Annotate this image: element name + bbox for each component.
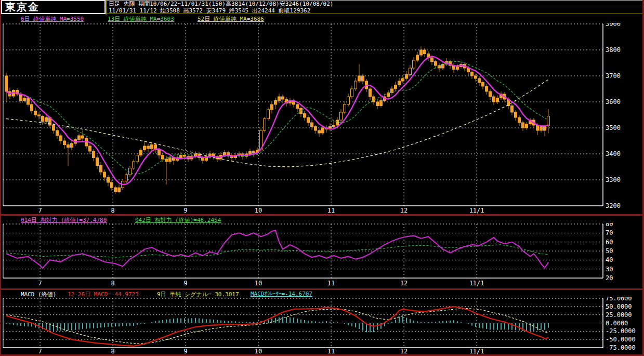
header-line-1: 日足 先限 期間10/06/22~11/01/31(150)高3814(10/1…: [107, 1, 642, 7]
y-axis-label: 80: [606, 223, 613, 228]
x-axis-label: 8: [111, 207, 114, 214]
y-axis-label: 3600: [606, 98, 621, 106]
chart-window: 東京金 日足 先限 期間10/06/22~11/01/31(150)高3814(…: [0, 0, 644, 356]
y-axis-label: 70: [606, 229, 613, 236]
y-axis-label: 3200: [606, 202, 621, 209]
ma13-line: [6, 61, 548, 174]
grid: [3, 224, 603, 278]
x-axis-label: 12: [400, 280, 408, 287]
x-axis-label: 9: [183, 348, 187, 354]
x-axis-label: 9: [183, 280, 187, 287]
main-chart-panel: 78910111211/1390038003700360035003400330…: [1, 23, 642, 214]
y-axis-label: -75.0000: [606, 344, 636, 351]
y-axis-label: 30: [606, 266, 613, 273]
candlestick-chart[interactable]: 78910111211/1390038003700360035003400330…: [1, 23, 642, 214]
ma6-legend-item[interactable]: 6日 終値単純 MA=3550: [21, 15, 84, 23]
y-axis-label: 3300: [606, 176, 621, 183]
macd-legend: MACD (終値) 12-26日 MACD=-44.9723 9日 単純 シグナ…: [1, 290, 642, 297]
x-axis-label: 11/1: [469, 348, 484, 354]
x-axis-label: 9: [183, 207, 187, 214]
chart-header: 日足 先限 期間10/06/22~11/01/31(150)高3814(10/1…: [107, 0, 642, 15]
macd-panel: MACD (終値) 12-26日 MACD=-44.9723 9日 単純 シグナ…: [1, 290, 642, 354]
ma52-legend-item[interactable]: 52日 終値単純 MA=3686: [198, 15, 264, 23]
rsi-chart[interactable]: 78910111211/180706050403020: [1, 223, 642, 288]
y-axis-label: 60: [606, 239, 613, 246]
x-axis-label: 7: [38, 348, 42, 354]
x-axis-label: 11/1: [469, 207, 484, 214]
macd-histogram: [6, 317, 548, 332]
x-axis-label: 11: [327, 280, 335, 287]
x-axis-label: 11: [327, 207, 335, 214]
y-axis-label: 50.0000: [606, 303, 632, 310]
x-axis-label: 10: [255, 280, 262, 287]
signal-line: [6, 309, 548, 344]
x-axis-label: 8: [111, 348, 114, 354]
x-axis-label: 8: [111, 280, 114, 287]
macd-line: [6, 307, 548, 346]
x-axis-label: 10: [255, 207, 262, 214]
header-line-2: 11/01/31 11/12 始3508 高3572 安3479 終3545 出…: [107, 7, 642, 14]
x-axis-label: 12: [400, 348, 408, 354]
y-axis-label: 40: [606, 256, 613, 263]
x-axis-label: 7: [38, 207, 42, 214]
y-axis-label: 3400: [606, 150, 621, 157]
x-axis-label: 10: [255, 348, 262, 354]
y-axis-label: 3500: [606, 124, 621, 131]
x-axis-label: 11: [327, 348, 335, 354]
rsi-legend: 014日 相対力 (終値)=37.4780 042日 相対力 (終値)=46.2…: [1, 216, 642, 223]
instrument-title: 東京金: [2, 0, 40, 14]
y-axis-label: 3700: [606, 72, 621, 80]
y-axis-label: 3800: [606, 46, 621, 54]
y-axis-label: 0.0000: [606, 320, 628, 327]
candles: [5, 46, 550, 194]
y-axis-label: -25.0000: [606, 327, 636, 335]
macd-chart[interactable]: 78910111211/175.000050.000025.00000.0000…: [1, 297, 642, 354]
y-axis-label: 3900: [606, 23, 621, 28]
y-axis-label: 75.0000: [606, 297, 632, 302]
x-axis-label: 12: [400, 207, 408, 214]
ma-legend: 6日 終値単純 MA=3550 13日 終値単純 MA=3603 52日 終値単…: [1, 15, 642, 23]
y-axis-label: 50: [606, 247, 613, 255]
y-axis-label: 25.0000: [606, 311, 632, 319]
y-axis-label: -50.0000: [606, 336, 636, 343]
ma13-legend-item[interactable]: 13日 終値単純 MA=3603: [108, 15, 174, 23]
x-axis-label: 11/1: [469, 280, 484, 287]
rsi-panel: 014日 相対力 (終値)=37.4780 042日 相対力 (終値)=46.2…: [1, 216, 642, 288]
instrument-title-box: 東京金: [1, 0, 106, 14]
rsi14-line: [6, 230, 548, 268]
x-axis-label: 7: [38, 280, 42, 287]
y-axis-label: 20: [606, 274, 613, 282]
macd-osc-legend-item[interactable]: MACDｵｼﾚｰﾀｰ=-14.6707: [251, 291, 312, 297]
